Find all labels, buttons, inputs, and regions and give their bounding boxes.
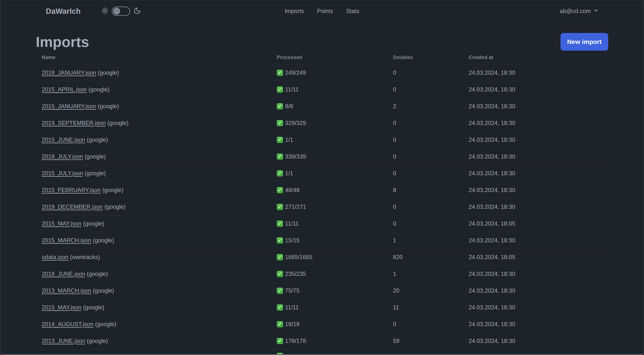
processed-cell: 11/11 [277, 220, 393, 227]
processed-cell: 329/329 [277, 120, 393, 126]
nav-links: Imports Points Stats [285, 8, 359, 14]
nav-link-points[interactable]: Points [317, 8, 333, 14]
doubles-value: 59 [393, 338, 469, 345]
table-row: 2018_JULY.json(google) 339/339 0 24.03.2… [36, 148, 609, 165]
check-emoji-icon [277, 254, 283, 260]
import-source-label: (google) [104, 204, 126, 210]
doubles-value: 0 [393, 321, 469, 328]
name-cell [36, 350, 277, 355]
doubles-value: 820 [393, 254, 469, 261]
check-emoji-icon [277, 187, 283, 193]
import-file-link[interactable]: odata.json [42, 254, 68, 260]
processed-cell: 235/235 [277, 271, 393, 277]
import-source-label: (google) [83, 304, 104, 311]
created-at-value: 24.03.2024, 18:05 [469, 254, 609, 261]
processed-cell: 1665/1665 [277, 254, 393, 261]
import-source-label: (google) [95, 321, 116, 328]
check-emoji-icon [277, 271, 283, 277]
import-source-label: (google) [87, 338, 108, 344]
created-at-value: 24.03.2024, 18:30 [469, 271, 609, 277]
new-import-button[interactable]: New import [560, 33, 608, 51]
import-file-link[interactable]: 2018_JANUARY.json [42, 69, 96, 76]
import-file-link[interactable]: 2013_MARCH.json [42, 287, 91, 294]
import-source-label: (google) [88, 86, 110, 93]
moon-icon [134, 7, 141, 15]
import-file-link[interactable]: 2013_JUNE.json [42, 338, 85, 344]
import-file-link[interactable]: 2015_APRIL.json [42, 86, 87, 93]
theme-toggle-knob [113, 8, 120, 15]
import-file-link[interactable]: 2015_JUNE.json [42, 136, 85, 143]
processed-cell: 15/15 [277, 237, 393, 244]
table-row: 2015_MARCH.json(google) 15/15 1 24.03.20… [36, 232, 609, 249]
navbar: DaWarIch Imports Points Stats ab@cd.com [0, 0, 644, 22]
created-at-value: 24.03.2024, 18:30 [469, 237, 609, 244]
table-row: 2014_AUGUST.json(google) 18/18 0 24.03.2… [36, 316, 609, 333]
name-cell: 2015_JUNE.json(google) [36, 136, 277, 143]
doubles-value: 11 [393, 304, 469, 311]
table-row: 2015_MAY.json(google) 11/11 11 24.03.202… [36, 299, 609, 316]
created-at-value: 24.03.2024, 18:30 [469, 120, 609, 126]
processed-cell: 11/11 [277, 304, 393, 311]
processed-count: 15/15 [285, 237, 300, 244]
table-row: 2018_JUNE.json(google) 235/235 1 24.03.2… [36, 265, 609, 282]
doubles-value: 0 [393, 220, 469, 227]
processed-cell: 1/1 [277, 170, 393, 177]
doubles-value: 0 [393, 204, 469, 210]
user-menu[interactable]: ab@cd.com [560, 8, 599, 15]
doubles-value: 1 [393, 271, 469, 277]
processed-cell: 48/48 [277, 187, 393, 194]
processed-count: 1/1 [285, 170, 293, 177]
name-cell: 2015_JULY.json(google) [36, 170, 277, 177]
check-emoji-icon [277, 204, 283, 210]
import-source-label: (google) [93, 237, 114, 244]
processed-count: 1665/1665 [285, 254, 312, 261]
column-header-processed: Processed [277, 54, 393, 60]
processed-cell: 11/11 [277, 86, 393, 93]
doubles-value: 20 [393, 287, 469, 294]
import-file-link[interactable]: 2015_MARCH.json [42, 237, 91, 244]
nav-link-stats[interactable]: Stats [346, 8, 359, 14]
processed-count: 11/11 [285, 86, 299, 93]
main-content: Imports New import Name Processed Double… [0, 33, 644, 355]
table-row: 2015_JUNE.json(google) 1/1 0 24.03.2024,… [36, 131, 609, 148]
doubles-value: 0 [393, 69, 469, 76]
check-emoji-icon [277, 86, 283, 93]
import-source-label: (google) [83, 220, 104, 227]
app-logo[interactable]: DaWarIch [46, 7, 81, 15]
name-cell: 2015_MARCH.json(google) [36, 237, 277, 244]
import-file-link[interactable]: 2018_JUNE.json [42, 271, 85, 277]
import-file-link[interactable]: 2018_JULY.json [42, 153, 83, 160]
doubles-value: 0 [393, 170, 469, 177]
import-file-link[interactable]: 2019_SEPTEMBER.json [42, 120, 106, 126]
created-at-value: 24.03.2024, 18:30 [469, 136, 609, 143]
import-source-label: (google) [102, 187, 124, 193]
table-header-row: Name Processed Doubles Created at [36, 51, 609, 64]
import-file-link[interactable]: 2015_JANUARY.json [42, 103, 96, 109]
table-row: 2015_FEBRUARY.json(google) 48/48 8 24.03… [36, 182, 609, 198]
doubles-value: 0 [393, 120, 469, 126]
column-header-name: Name [36, 54, 277, 60]
import-file-link[interactable]: 2015_JULY.json [42, 170, 83, 177]
check-emoji-icon [277, 304, 283, 311]
import-source-label: (google) [93, 287, 114, 294]
nav-link-imports[interactable]: Imports [285, 8, 304, 14]
import-file-link[interactable]: 2015_MAY.json [42, 220, 82, 227]
import-file-link[interactable]: 2019_DECEMBER.json [42, 204, 103, 210]
name-cell: 2015_MAY.json(google) [36, 304, 277, 311]
check-emoji-icon [277, 70, 283, 76]
processed-count: 339/339 [285, 153, 306, 160]
theme-toggle-track[interactable] [112, 6, 130, 16]
column-header-created-at: Created at [469, 54, 609, 60]
import-file-link[interactable]: 2014_AUGUST.json [42, 321, 93, 328]
processed-cell: 339/339 [277, 153, 393, 160]
import-source-label: (google) [87, 271, 108, 277]
imports-table: Name Processed Doubles Created at 2018_J… [36, 51, 609, 355]
created-at-value: 24.03.2024, 18:30 [469, 338, 609, 345]
theme-toggle[interactable] [101, 6, 141, 16]
import-file-link[interactable]: 2015_FEBRUARY.json [42, 187, 100, 193]
doubles-value: 1 [393, 237, 469, 244]
check-emoji-icon [277, 321, 283, 328]
processed-count: 8/8 [285, 103, 293, 110]
import-file-link[interactable]: 2015_MAY.json [42, 304, 82, 311]
doubles-value: 0 [393, 86, 469, 93]
